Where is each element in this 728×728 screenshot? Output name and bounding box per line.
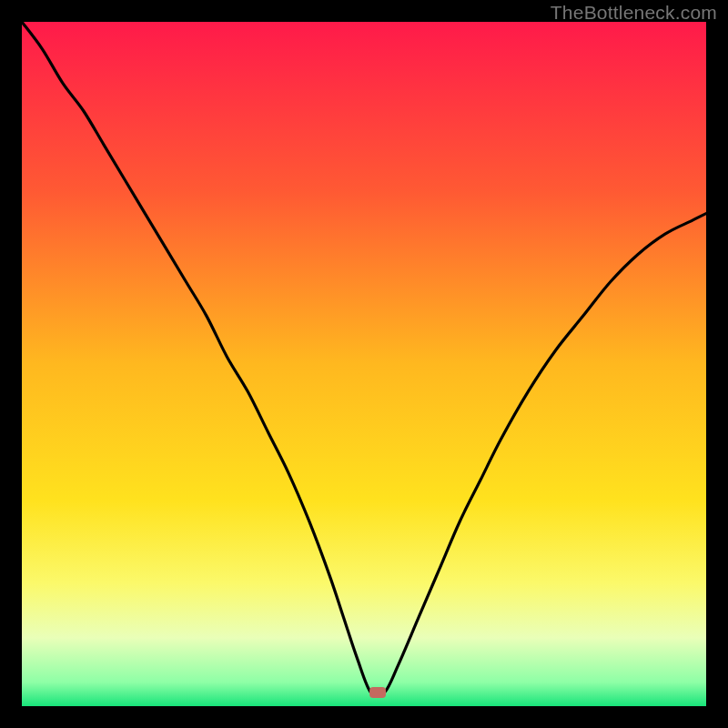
gradient-background <box>22 22 706 706</box>
chart-svg <box>22 22 706 706</box>
watermark-text: TheBottleneck.com <box>551 2 717 24</box>
chart-frame: TheBottleneck.com <box>0 0 728 728</box>
plot-area <box>22 22 706 706</box>
optimal-point-marker <box>369 687 386 698</box>
